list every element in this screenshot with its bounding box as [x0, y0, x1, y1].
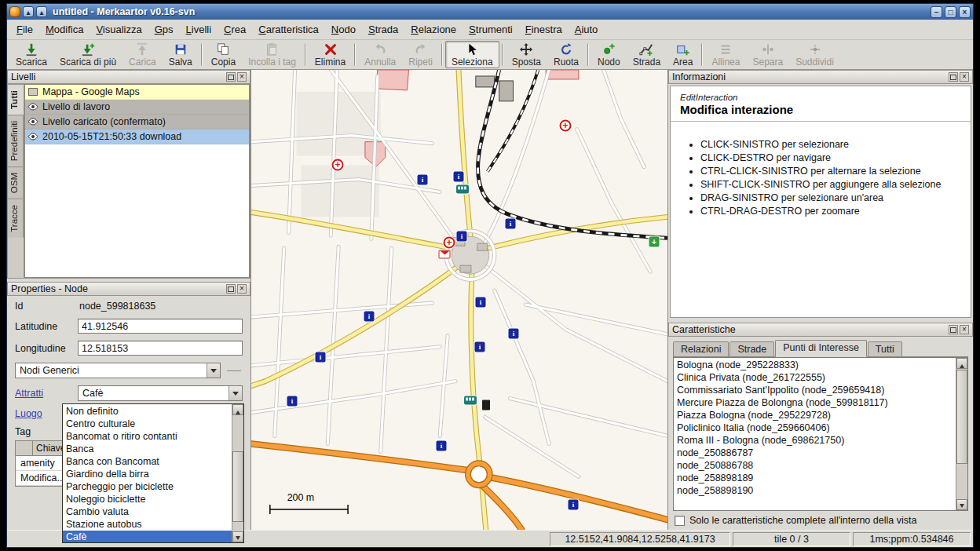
toolbar-button[interactable]: Ruota — [547, 41, 585, 68]
menu-item[interactable]: Crea — [218, 21, 252, 38]
features-tab[interactable]: Tutti — [868, 341, 902, 356]
poi-info-icon[interactable] — [569, 500, 579, 510]
dropdown-option[interactable]: Non definito — [63, 405, 232, 418]
toolbar-button[interactable] — [701, 43, 703, 66]
scrollbar-thumb[interactable] — [232, 451, 243, 522]
toolbar-button[interactable]: Salva — [163, 41, 199, 68]
toolbar-button[interactable]: Copia — [205, 41, 242, 68]
toolbar-button[interactable]: Sposta — [506, 41, 547, 68]
complete-features-checkbox[interactable] — [675, 516, 685, 526]
scroll-down-icon[interactable] — [232, 531, 243, 542]
features-tab[interactable]: Strade — [730, 341, 774, 356]
menu-item[interactable]: Caratteristica — [252, 21, 325, 38]
menu-item[interactable]: Aiuto — [569, 21, 605, 38]
poi-info-icon[interactable] — [454, 172, 464, 182]
longitude-field[interactable] — [78, 341, 243, 356]
toolbar-button[interactable]: Strada — [627, 41, 667, 68]
eye-icon[interactable] — [27, 117, 39, 126]
map-canvas[interactable]: 200 m — [250, 70, 668, 530]
features-scrollbar[interactable] — [956, 358, 967, 510]
close-panel-button[interactable] — [960, 325, 969, 334]
toolbar-button[interactable] — [354, 43, 356, 66]
dropdown-option[interactable]: Parcheggio per biciclette — [63, 480, 232, 493]
toolbar-button[interactable]: Elimina — [309, 41, 352, 68]
float-panel-button[interactable] — [949, 72, 958, 82]
eye-icon[interactable] — [27, 132, 39, 141]
menu-item[interactable]: Gps — [148, 21, 180, 38]
layers-tab[interactable]: Predefiniti — [8, 115, 24, 166]
poi-redcross-icon[interactable] — [444, 237, 455, 249]
feature-list-item[interactable]: node_258898189 — [675, 472, 955, 484]
poi-info-icon[interactable] — [287, 396, 298, 407]
float-panel-button[interactable] — [226, 72, 236, 82]
toolbar-button[interactable]: Scarica — [9, 41, 53, 68]
menu-item[interactable]: Livelli — [180, 21, 218, 38]
feature-list-item[interactable]: Bologna (node_295228833) — [675, 359, 955, 371]
latitude-field[interactable] — [78, 319, 243, 334]
menu-item[interactable]: File — [10, 21, 39, 38]
layer-item[interactable]: Livello caricato (confermato) — [25, 115, 249, 130]
menu-item[interactable]: Strumenti — [463, 21, 519, 38]
dropdown-option[interactable]: Noleggio biciclette — [63, 493, 232, 505]
toolbar-button[interactable] — [502, 43, 503, 66]
poi-info-icon[interactable] — [457, 232, 467, 242]
maximize-button[interactable] — [945, 6, 956, 18]
toolbar-button[interactable]: Nodo — [591, 41, 627, 68]
poi-bus-icon[interactable] — [456, 185, 469, 194]
dropdown-scrollbar[interactable] — [232, 404, 243, 542]
eye-icon[interactable] — [27, 102, 39, 111]
minimize-button[interactable] — [931, 6, 942, 18]
poi-info-icon[interactable] — [316, 352, 326, 363]
pin-button[interactable] — [23, 6, 34, 17]
feature-list-item[interactable]: node_250886787 — [675, 447, 955, 459]
menu-item[interactable]: Relazione — [404, 21, 463, 38]
poi-info-icon[interactable] — [437, 441, 447, 451]
menu-item[interactable]: Modifica — [39, 21, 90, 38]
poi-redcross-icon[interactable] — [332, 159, 344, 171]
poi-bus-icon[interactable] — [464, 396, 477, 405]
feature-list-item[interactable]: node_258898190 — [675, 484, 955, 497]
layers-tab[interactable]: Tracce — [8, 199, 24, 238]
menu-item[interactable]: Finestra — [519, 21, 569, 38]
dropdown-option[interactable]: Cambio valuta — [63, 505, 232, 518]
amenity-link-label[interactable]: Attratti — [15, 388, 78, 399]
features-tab[interactable]: Punti di Interesse — [775, 340, 867, 357]
dropdown-option[interactable]: Stazione autobus — [63, 518, 232, 531]
float-panel-button[interactable] — [949, 325, 958, 334]
poi-info-icon[interactable] — [509, 329, 519, 339]
float-panel-button[interactable] — [226, 284, 236, 294]
poi-info-icon[interactable] — [364, 312, 375, 322]
toolbar-button[interactable]: Allinea — [705, 41, 746, 68]
poi-info-icon[interactable] — [506, 219, 516, 229]
poi-mail-icon[interactable] — [439, 250, 451, 259]
toolbar-button[interactable]: Suddividi — [789, 41, 840, 68]
close-panel-button[interactable] — [237, 72, 247, 82]
scroll-up-icon[interactable] — [956, 358, 967, 369]
scrollbar-thumb[interactable] — [956, 370, 967, 464]
toolbar-button[interactable]: Annulla — [358, 41, 402, 68]
dropdown-option[interactable]: Cafè — [63, 531, 232, 542]
toolbar-button[interactable]: Carica — [122, 41, 163, 68]
titlebar[interactable]: untitled - Merkaartor v0.16-svn — [7, 4, 973, 20]
toolbar-button[interactable] — [305, 43, 306, 66]
layer-item[interactable]: 2010-05-15T21:50:33 download — [25, 130, 249, 144]
dropdown-option[interactable]: Banca con Bancomat — [63, 455, 232, 468]
poi-info-icon[interactable] — [476, 297, 486, 308]
poi-info-icon[interactable] — [418, 175, 428, 185]
poi-green-icon[interactable] — [649, 237, 660, 247]
menu-item[interactable]: Visualizza — [90, 21, 148, 38]
toolbar-button[interactable] — [587, 43, 589, 66]
dropdown-option[interactable]: Giardino della birra — [63, 468, 232, 480]
toolbar-button[interactable]: Scarica di più — [53, 41, 122, 68]
shade-button[interactable] — [36, 6, 47, 17]
feature-list-item[interactable]: Roma III - Bologna (node_698621750) — [675, 434, 955, 447]
dropdown-option[interactable]: Banca — [63, 443, 232, 455]
feature-list-item[interactable]: Commissariato Sant'Ippolito (node_259659… — [675, 384, 955, 396]
feature-list-item[interactable]: Policlinico Italia (node_259660406) — [675, 421, 955, 434]
toolbar-button[interactable]: Ripeti — [402, 41, 439, 68]
scroll-up-icon[interactable] — [232, 404, 243, 415]
layer-item[interactable]: Mappa - Google Maps — [25, 85, 249, 100]
toolbar-button[interactable] — [201, 43, 203, 66]
feature-list-item[interactable]: Mercure Piazza de Bolongna (node_5998181… — [675, 396, 955, 409]
toolbar-button[interactable] — [441, 43, 443, 66]
